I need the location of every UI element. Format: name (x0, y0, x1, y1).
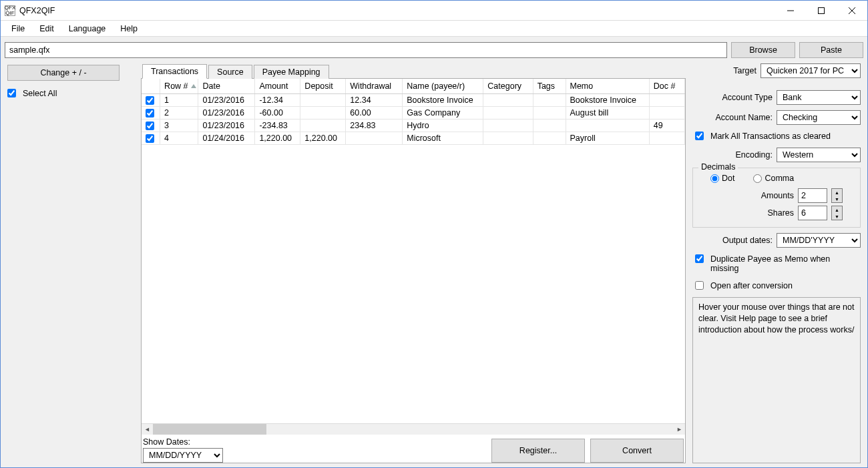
maximize-button[interactable] (806, 1, 837, 20)
col-check[interactable] (142, 79, 160, 93)
window-controls (775, 1, 867, 20)
cell-tags (533, 106, 566, 119)
col-date[interactable]: Date (198, 79, 255, 93)
cell-deposit (300, 106, 346, 119)
mark-cleared-checkbox[interactable]: Mark All Transactions as cleared (690, 129, 863, 144)
row-check[interactable] (146, 96, 154, 105)
tab-payee-mapping[interactable]: Payee Mapping (254, 65, 329, 79)
cell-deposit (300, 93, 346, 106)
col-row[interactable]: Row # (160, 79, 198, 93)
decimals-group: Decimals Dot Comma Amounts ▲▼ Shares ▲▼ (692, 168, 861, 228)
open-after-label: Open after conversion (710, 281, 793, 290)
cell-amount: -234.83 (255, 119, 300, 132)
cell-deposit (300, 119, 346, 132)
row-check[interactable] (146, 134, 154, 143)
shares-spin-buttons[interactable]: ▲▼ (831, 206, 843, 220)
minimize-button[interactable] (775, 1, 806, 20)
cell-tags (533, 119, 566, 132)
target-label: Target (692, 66, 756, 75)
target-select[interactable]: Quicken 2017 for PC (761, 63, 861, 78)
select-all-checkbox[interactable]: Select All (5, 86, 137, 101)
register-button[interactable]: Register... (491, 439, 585, 463)
close-button[interactable] (837, 1, 867, 20)
table-row[interactable]: 101/23/2016-12.3412.34Bookstore InvoiceB… (142, 93, 685, 106)
menu-edit[interactable]: Edit (33, 23, 61, 35)
cell-date: 01/23/2016 (198, 119, 255, 132)
account-name-select[interactable]: Checking (777, 110, 861, 125)
cell-withdrawal: 234.83 (346, 119, 403, 132)
cell-doc: 49 (649, 119, 684, 132)
amounts-label: Amounts (761, 191, 794, 200)
account-type-select[interactable]: Bank (777, 90, 861, 105)
cell-memo: August bill (566, 106, 649, 119)
open-after-input[interactable] (695, 281, 704, 290)
main-row: Change + / - Select All Transactions Sou… (5, 62, 863, 463)
cell-category (483, 93, 533, 106)
menu-help[interactable]: Help (114, 23, 144, 35)
amounts-spin[interactable] (798, 188, 827, 203)
scroll-thumb[interactable] (153, 424, 266, 435)
app-icon: QFXQIF (5, 5, 15, 16)
cell-row: 2 (160, 106, 198, 119)
tab-source[interactable]: Source (208, 65, 252, 79)
col-category[interactable]: Category (483, 79, 533, 93)
scroll-right-icon[interactable]: ► (674, 424, 685, 435)
convert-button[interactable]: Convert (590, 439, 684, 463)
select-all-input[interactable] (7, 89, 16, 97)
dup-payee-input[interactable] (695, 254, 704, 263)
cell-tags (533, 93, 566, 106)
cell-withdrawal: 60.00 (346, 106, 403, 119)
cell-category (483, 132, 533, 145)
menu-file[interactable]: File (5, 23, 31, 35)
col-amount[interactable]: Amount (255, 79, 300, 93)
col-deposit[interactable]: Deposit (300, 79, 346, 93)
account-name-row: Account Name: Checking (690, 109, 863, 126)
tabs: Transactions Source Payee Mapping (141, 62, 686, 78)
cell-row: 3 (160, 119, 198, 132)
col-memo[interactable]: Memo (566, 79, 649, 93)
file-path-input[interactable] (5, 42, 727, 58)
tab-transactions[interactable]: Transactions (142, 64, 207, 79)
dup-payee-checkbox[interactable]: Duplicate Payee as Memo when missing (690, 252, 863, 276)
row-check[interactable] (146, 109, 154, 118)
col-name[interactable]: Name (payee/r) (403, 79, 483, 93)
paste-button[interactable]: Paste (799, 42, 863, 58)
grid-hscroll[interactable]: ◄ ► (142, 423, 685, 435)
cell-amount: -12.34 (255, 93, 300, 106)
row-check[interactable] (146, 122, 154, 130)
comma-radio[interactable]: Comma (753, 174, 794, 183)
table-row[interactable]: 201/23/2016-60.0060.00Gas CompanyAugust … (142, 106, 685, 119)
titlebar: QFXQIF QFX2QIF (1, 1, 867, 21)
menu-language[interactable]: Language (62, 23, 113, 35)
left-pane: Change + / - Select All (5, 62, 137, 463)
cell-amount: -60.00 (255, 106, 300, 119)
dup-payee-label: Duplicate Payee as Memo when missing (710, 254, 858, 273)
change-sign-button[interactable]: Change + / - (7, 65, 120, 81)
show-dates-label: Show Dates: (143, 437, 486, 447)
cell-name: Bookstore Invoice (403, 93, 483, 106)
table-row[interactable]: 301/23/2016-234.83234.83Hydro49 (142, 119, 685, 132)
browse-button[interactable]: Browse (731, 42, 795, 58)
dot-radio[interactable]: Dot (710, 174, 734, 183)
show-dates-select[interactable]: MM/DD/YYYY (143, 448, 223, 463)
output-dates-select[interactable]: MM/DD'YYYY (777, 233, 861, 248)
mid-pane: Transactions Source Payee Mapping (141, 62, 686, 463)
cell-withdrawal (346, 132, 403, 145)
col-withdrawal[interactable]: Withdrawal (346, 79, 403, 93)
decimals-legend: Decimals (698, 162, 738, 172)
col-tags[interactable]: Tags (533, 79, 566, 93)
encoding-select[interactable]: Western (777, 148, 861, 162)
output-dates-label: Output dates: (692, 236, 773, 245)
hint-box: Hover your mouse over things that are no… (692, 297, 861, 463)
mark-cleared-input[interactable] (695, 132, 704, 140)
col-doc[interactable]: Doc # (649, 79, 684, 93)
shares-spin[interactable] (798, 206, 827, 220)
cell-tags (533, 132, 566, 145)
file-row: Browse Paste (5, 42, 863, 58)
cell-withdrawal: 12.34 (346, 93, 403, 106)
amounts-spin-buttons[interactable]: ▲▼ (831, 188, 843, 203)
account-name-label: Account Name: (692, 113, 773, 122)
open-after-checkbox[interactable]: Open after conversion (690, 278, 863, 293)
scroll-left-icon[interactable]: ◄ (142, 424, 153, 435)
table-row[interactable]: 401/24/20161,220.001,220.00MicrosoftPayr… (142, 132, 685, 145)
